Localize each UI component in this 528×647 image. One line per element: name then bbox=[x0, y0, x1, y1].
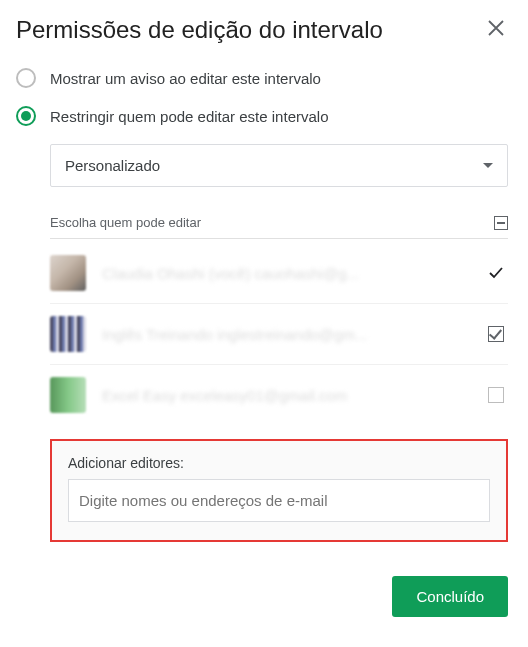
restriction-dropdown-value: Personalizado bbox=[65, 157, 160, 174]
radio-unchecked-icon bbox=[16, 68, 36, 88]
add-editors-input[interactable] bbox=[68, 479, 490, 522]
editors-header-label: Escolha quem pode editar bbox=[50, 215, 201, 230]
add-editors-label: Adicionar editores: bbox=[68, 455, 490, 471]
user-label: Excel Easy exceleasy01@gmail.com bbox=[102, 387, 484, 404]
option-show-warning-label: Mostrar um aviso ao editar este interval… bbox=[50, 70, 321, 87]
dialog-header: Permissões de edição do intervalo bbox=[16, 16, 508, 44]
dialog-footer: Concluído bbox=[16, 576, 508, 617]
done-button[interactable]: Concluído bbox=[392, 576, 508, 617]
avatar bbox=[50, 255, 86, 291]
option-restrict[interactable]: Restringir quem pode editar este interva… bbox=[16, 106, 508, 126]
radio-checked-icon bbox=[16, 106, 36, 126]
edit-permissions-dialog: Permissões de edição do intervalo Mostra… bbox=[0, 0, 528, 637]
add-editors-section: Adicionar editores: bbox=[50, 439, 508, 542]
list-item: Inglês Treinando inglestreinando@gm... bbox=[50, 304, 508, 365]
avatar bbox=[50, 377, 86, 413]
dialog-title: Permissões de edição do intervalo bbox=[16, 16, 383, 44]
user-label: Inglês Treinando inglestreinando@gm... bbox=[102, 326, 484, 343]
editors-header: Escolha quem pode editar bbox=[50, 215, 508, 239]
checkbox-unchecked-icon bbox=[488, 387, 504, 403]
user-checkbox[interactable] bbox=[484, 326, 508, 342]
checkbox-checked-icon bbox=[488, 326, 504, 342]
user-checkbox[interactable] bbox=[484, 387, 508, 403]
list-item: Excel Easy exceleasy01@gmail.com bbox=[50, 365, 508, 425]
chevron-down-icon bbox=[483, 163, 493, 168]
list-item: Claudia Ohashi (você) cauohashi@g... bbox=[50, 243, 508, 304]
option-restrict-label: Restringir quem pode editar este interva… bbox=[50, 108, 328, 125]
user-label: Claudia Ohashi (você) cauohashi@g... bbox=[102, 265, 484, 282]
indeterminate-checkbox-icon[interactable] bbox=[494, 216, 508, 230]
owner-check-icon bbox=[484, 264, 508, 282]
option-show-warning[interactable]: Mostrar um aviso ao editar este interval… bbox=[16, 68, 508, 88]
close-icon[interactable] bbox=[484, 16, 508, 43]
avatar bbox=[50, 316, 86, 352]
restriction-dropdown[interactable]: Personalizado bbox=[50, 144, 508, 187]
